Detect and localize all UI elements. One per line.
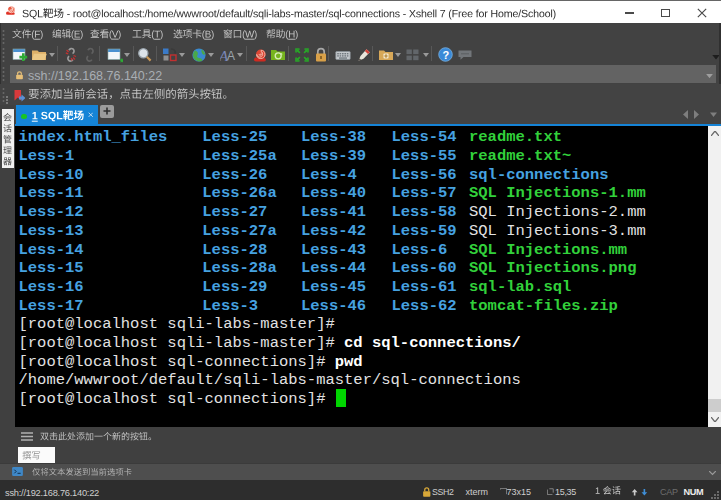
svg-text:A: A (227, 49, 235, 63)
svg-text:?: ? (442, 48, 449, 60)
